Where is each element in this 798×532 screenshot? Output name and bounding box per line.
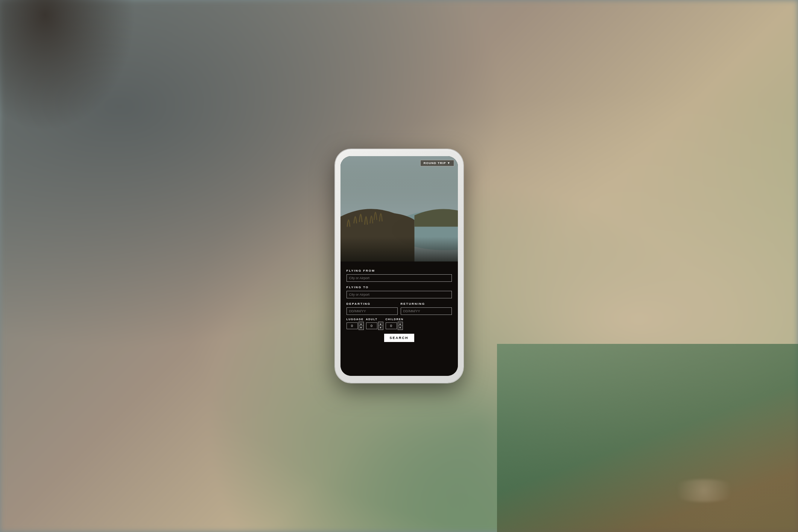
departing-input[interactable]: [347, 307, 398, 315]
children-up-button[interactable]: ▲: [398, 322, 403, 326]
luggage-control: ▲ ▼: [347, 322, 364, 330]
luggage-buttons: ▲ ▼: [359, 322, 364, 330]
phone-frame: ROUND TRIP ▼ FLYING FROM FLYING TO DEPAR…: [335, 149, 463, 383]
luggage-down-button[interactable]: ▼: [359, 326, 363, 330]
children-label: CHILDREN: [386, 318, 404, 321]
adult-up-button[interactable]: ▲: [378, 322, 383, 326]
flying-from-label: FLYING FROM: [347, 269, 452, 272]
departing-col: DEPARTING: [347, 299, 398, 316]
search-button[interactable]: SEARCH: [384, 334, 414, 342]
adult-label: ADULT: [366, 318, 383, 321]
flight-search-form: FLYING FROM FLYING TO DEPARTING RETURNIN…: [340, 261, 458, 376]
round-trip-badge[interactable]: ROUND TRIP ▼: [420, 160, 454, 166]
returning-input[interactable]: [401, 307, 452, 315]
svg-point-2: [391, 210, 458, 250]
children-control: ▲ ▼: [386, 322, 404, 330]
flying-to-input[interactable]: [347, 291, 452, 298]
luggage-up-button[interactable]: ▲: [359, 322, 363, 326]
adult-buttons: ▲ ▼: [378, 322, 383, 330]
flying-from-input[interactable]: [347, 274, 452, 282]
svg-rect-0: [340, 156, 458, 271]
adult-down-button[interactable]: ▼: [378, 326, 383, 330]
luggage-label: LUGGAGE: [347, 318, 364, 321]
phone-screen: ROUND TRIP ▼ FLYING FROM FLYING TO DEPAR…: [340, 156, 458, 376]
departing-label: DEPARTING: [347, 302, 398, 306]
passenger-luggage-group: LUGGAGE ▲ ▼ ADULT: [347, 318, 452, 330]
luggage-spinner: LUGGAGE ▲ ▼: [347, 318, 364, 330]
children-down-button[interactable]: ▼: [398, 326, 403, 330]
returning-label: RETURNING: [401, 302, 452, 306]
adult-control: ▲ ▼: [366, 322, 383, 330]
returning-col: RETURNING: [401, 299, 452, 316]
flying-to-label: FLYING TO: [347, 286, 452, 289]
luggage-value[interactable]: [347, 322, 358, 329]
children-value[interactable]: [386, 322, 397, 329]
adult-value[interactable]: [366, 322, 377, 329]
phone-scene: ROUND TRIP ▼ FLYING FROM FLYING TO DEPAR…: [268, 78, 531, 454]
date-row: DEPARTING RETURNING: [347, 299, 452, 316]
hero-image: ROUND TRIP ▼: [340, 156, 458, 271]
adult-spinner: ADULT ▲ ▼: [366, 318, 383, 330]
children-buttons: ▲ ▼: [398, 322, 403, 330]
children-spinner: CHILDREN ▲ ▼: [386, 318, 404, 330]
